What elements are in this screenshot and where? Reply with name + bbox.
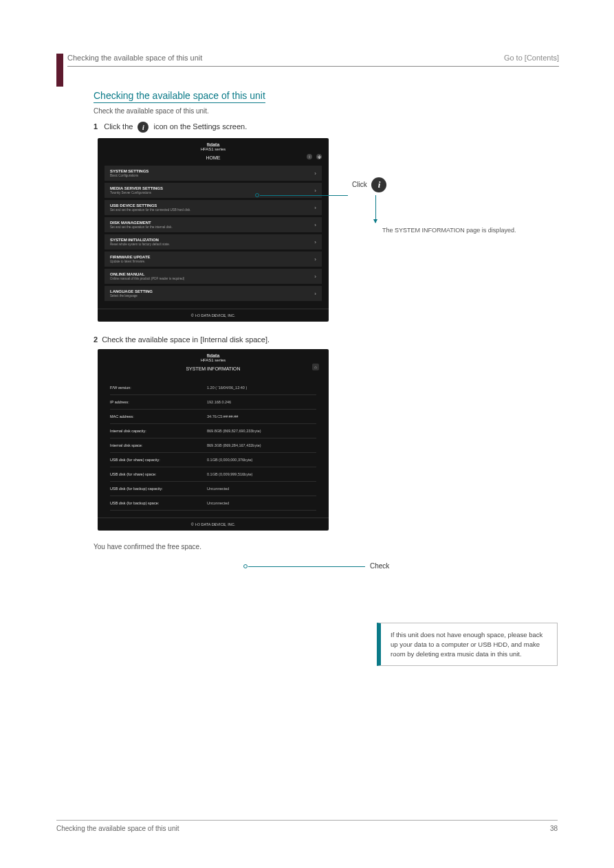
- chevron-right-icon: ›: [314, 239, 316, 245]
- page-title: Checking the available space of this uni…: [94, 90, 265, 103]
- info-icon[interactable]: i: [307, 154, 312, 159]
- footer-left: Checking the available space of this uni…: [56, 825, 179, 832]
- chevron-right-icon: ›: [314, 170, 316, 177]
- screenshot-sysinfo: fidata HFAS1 series SYSTEM INFORMATION ⌂…: [98, 349, 329, 531]
- info-row: USB disk (for share) space:0.1GB (0,009,…: [110, 467, 316, 482]
- menu-item[interactable]: FIRMWARE UPDATEUpdate to latest firmware…: [105, 252, 322, 267]
- footer-page: 38: [550, 825, 558, 832]
- info-icon-callout: i: [371, 177, 386, 192]
- info-row: MAC address:34:76:C5:##:##:##: [110, 410, 316, 424]
- step-2: 2Check the available space in [Internal …: [94, 335, 559, 344]
- power-icon[interactable]: ⏻: [316, 154, 322, 159]
- home-icon[interactable]: ⌂: [312, 364, 319, 370]
- arrow-caption: The SYSTEM INFORMATION page is displayed…: [382, 227, 520, 234]
- info-row: Internal disk capacity:869.8GB (869,827,…: [110, 424, 316, 438]
- screenshot-home: fidata HFAS1 series HOME i ⏻ SYSTEM SETT…: [98, 138, 329, 322]
- info-row: USB disk (for backup) capacity:Unconnect…: [110, 482, 316, 496]
- header-breadcrumb: Checking the available space of this uni…: [67, 54, 202, 62]
- annot-check: Check: [370, 562, 389, 570]
- page-subtitle: Check the available space of this unit.: [94, 107, 559, 115]
- chevron-right-icon: ›: [314, 188, 316, 194]
- note-box: If this unit does not have enough space,…: [377, 623, 558, 666]
- chevron-right-icon: ›: [314, 205, 316, 211]
- chevron-right-icon: ›: [314, 222, 316, 228]
- chevron-right-icon: ›: [314, 291, 316, 297]
- confirmed-text: You have confirmed the free space.: [94, 543, 559, 550]
- chevron-right-icon: ›: [314, 274, 316, 280]
- menu-item[interactable]: SYSTEM SETTINGSBasic Configurations›: [105, 166, 322, 181]
- info-row: USB disk (for backup) space:Unconnected: [110, 496, 316, 511]
- info-row: F/W version:1.20 ( '16/04/06_12:40 ): [110, 381, 316, 395]
- menu-item[interactable]: ONLINE MANUALOnline manual of this produ…: [105, 269, 322, 284]
- info-icon-inline: i: [138, 122, 149, 133]
- menu-item[interactable]: LANGUAGE SETTINGSelect the language›: [105, 286, 322, 301]
- info-row: USB disk (for share) capacity:0.1GB (0,0…: [110, 453, 316, 467]
- annot-click: Click i: [352, 177, 386, 192]
- step-1: 1 Click the i icon on the Settings scree…: [94, 122, 559, 133]
- menu-item[interactable]: SYSTEM INITIALIZATIONReset whole system …: [105, 234, 322, 249]
- menu-item[interactable]: DISK MANAGEMENTSet and set the operation…: [105, 217, 322, 232]
- info-row: IP address:192.168.0.246: [110, 395, 316, 410]
- menu-item[interactable]: USB DEVICE SETTINGSSet and set the opera…: [105, 200, 322, 215]
- chevron-right-icon: ›: [314, 256, 316, 263]
- info-row: Internal disk space:869.3GB (869,284,167…: [110, 438, 316, 453]
- go-to-contents-link[interactable]: Go to [Contents]: [504, 54, 559, 62]
